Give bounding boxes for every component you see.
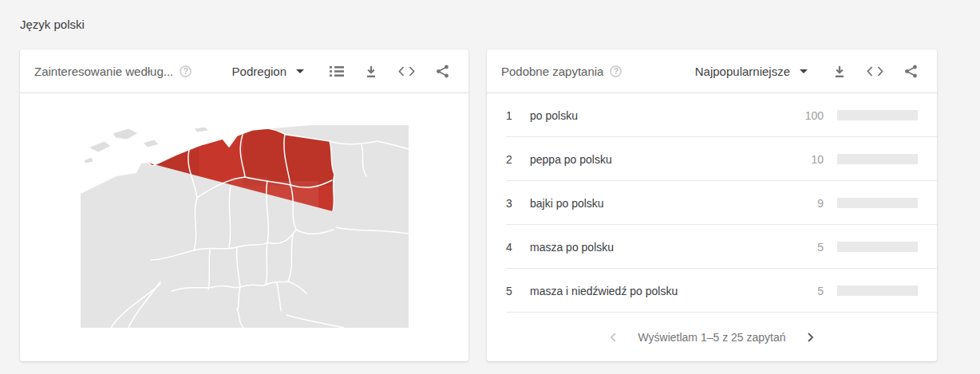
query-row[interactable]: 4 masza po polsku 5 [487,225,937,269]
help-icon[interactable]: ? [180,65,192,77]
query-bar [837,198,918,208]
query-rank: 4 [506,241,530,254]
query-value: 5 [793,241,824,254]
region-level-dropdown-value: Podregion [232,65,286,78]
interest-by-region-card: Zainteresowanie według... ? Podregion [20,49,468,361]
query-row[interactable]: 5 masza i niedźwiedź po polsku 5 [487,269,937,313]
query-rank: 3 [506,197,530,210]
pagination-next-icon[interactable] [805,330,816,344]
query-row[interactable]: 3 bajki po polsku 9 [487,181,937,225]
map-container [20,93,468,328]
pagination: Wyświetlam 1–5 z 25 zapytań [487,313,937,361]
download-icon[interactable] [833,65,846,78]
query-value: 100 [793,109,824,122]
query-rank: 1 [506,109,530,122]
query-row[interactable]: 2 peppa po polsku 10 [487,137,937,181]
query-value: 5 [793,285,824,297]
query-link[interactable]: peppa po polsku [530,153,793,166]
page-title: Język polski [20,18,85,31]
download-icon[interactable] [365,65,377,78]
pagination-label: Wyświetlam 1–5 z 25 zapytań [638,331,785,344]
interest-card-header: Zainteresowanie według... ? Podregion [20,49,468,93]
query-link[interactable]: masza po polsku [530,241,793,254]
related-queries-card: Podobne zapytania ? Najpopularniejsze [487,49,937,361]
queries-card-title: Podobne zapytania [501,65,603,78]
chevron-down-icon [800,69,808,73]
query-value: 10 [793,153,824,166]
queries-sort-dropdown[interactable]: Najpopularniejsze [695,65,808,78]
cards-row: Zainteresowanie według... ? Podregion [20,49,937,361]
queries-card-header: Podobne zapytania ? Najpopularniejsze [487,49,937,93]
query-link[interactable]: masza i niedźwiedź po polsku [530,285,793,297]
poland-subregion-map[interactable] [81,125,409,328]
query-value: 9 [793,197,824,210]
region-level-dropdown[interactable]: Podregion [232,65,304,78]
share-icon[interactable] [436,65,449,78]
chevron-down-icon [296,69,304,73]
pagination-prev-icon[interactable] [607,330,618,344]
interest-card-title: Zainteresowanie według... [34,65,173,78]
query-rank: 2 [506,153,530,166]
help-icon[interactable]: ? [610,65,622,77]
query-bar [837,285,918,296]
query-rank: 5 [506,285,530,297]
query-link[interactable]: bajki po polsku [530,197,793,210]
query-bar [837,242,918,252]
query-bar [837,110,918,120]
queries-sort-dropdown-value: Najpopularniejsze [695,65,790,78]
query-link[interactable]: po polsku [530,109,793,122]
query-row[interactable]: 1 po polsku 100 [487,93,937,137]
embed-icon[interactable] [867,66,883,77]
embed-icon[interactable] [398,66,415,77]
share-icon[interactable] [904,65,918,78]
list-view-icon[interactable] [330,65,344,77]
query-bar [837,154,918,164]
